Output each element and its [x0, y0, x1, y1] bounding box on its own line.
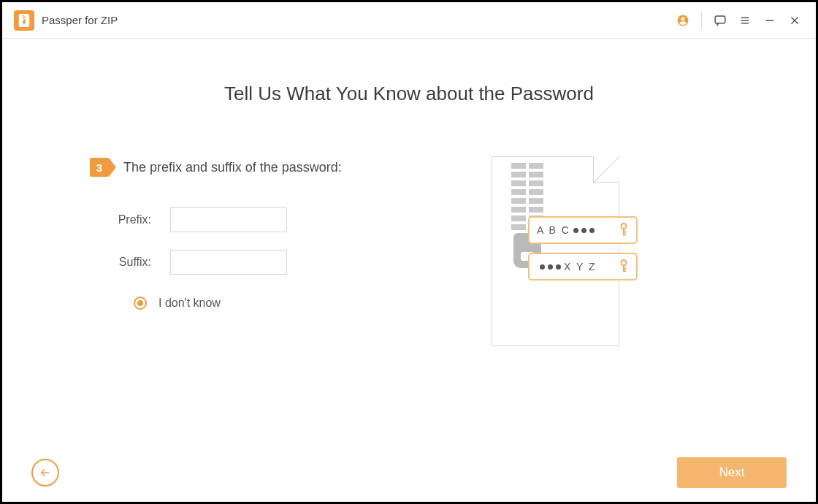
document-graphic — [492, 156, 619, 346]
arrow-left-icon — [39, 466, 52, 479]
svg-point-13 — [621, 224, 626, 229]
user-icon — [676, 14, 689, 27]
prefix-label: Prefix: — [90, 213, 170, 226]
separator — [701, 12, 702, 29]
form-area: 3 The prefix and suffix of the password:… — [46, 156, 455, 310]
next-button[interactable]: Next — [677, 457, 787, 488]
prefix-field-row: Prefix: — [90, 207, 455, 232]
suffix-label: Suffix: — [90, 256, 170, 269]
app-logo — [14, 10, 34, 31]
svg-rect-5 — [23, 20, 26, 24]
close-button[interactable] — [782, 8, 807, 33]
svg-rect-6 — [715, 16, 725, 23]
menu-icon — [738, 14, 752, 27]
user-account-button[interactable] — [670, 8, 695, 33]
svg-rect-3 — [23, 18, 24, 19]
menu-button[interactable] — [733, 8, 757, 33]
sample-prefix-text: A B C — [537, 224, 570, 236]
feedback-button[interactable] — [708, 8, 733, 33]
step-description: The prefix and suffix of the password: — [123, 160, 342, 175]
step-indicator: 3 The prefix and suffix of the password: — [90, 156, 455, 178]
footer: Next — [2, 443, 816, 502]
close-icon — [788, 14, 801, 27]
svg-rect-4 — [24, 19, 26, 20]
dont-know-option[interactable]: I don't know — [90, 297, 455, 310]
sample-prefix-box: A B C — [528, 216, 638, 244]
step-number-badge: 3 — [90, 158, 109, 177]
app-title: Passper for ZIP — [42, 14, 118, 26]
suffix-input[interactable] — [170, 250, 287, 275]
sample-suffix-text: X Y Z — [564, 261, 597, 272]
minimize-button[interactable] — [757, 8, 782, 33]
key-icon — [617, 259, 630, 275]
zip-file-icon — [18, 14, 30, 27]
dont-know-label: I don't know — [158, 297, 221, 310]
svg-point-17 — [621, 260, 626, 265]
back-button[interactable] — [31, 459, 59, 486]
main-content: Tell Us What You Know about the Password… — [2, 39, 816, 443]
suffix-field-row: Suffix: — [90, 250, 455, 275]
key-icon — [617, 222, 630, 239]
radio-icon — [134, 297, 147, 310]
page-heading: Tell Us What You Know about the Password — [46, 83, 772, 105]
minimize-icon — [763, 14, 776, 27]
illustration: A B C X Y Z — [455, 156, 772, 310]
titlebar: Passper for ZIP — [2, 2, 816, 39]
next-button-label: Next — [719, 465, 745, 480]
svg-rect-1 — [23, 15, 24, 16]
sample-suffix-box: X Y Z — [528, 253, 638, 280]
chat-icon — [714, 14, 727, 27]
svg-rect-2 — [24, 16, 26, 18]
prefix-input[interactable] — [170, 207, 287, 232]
